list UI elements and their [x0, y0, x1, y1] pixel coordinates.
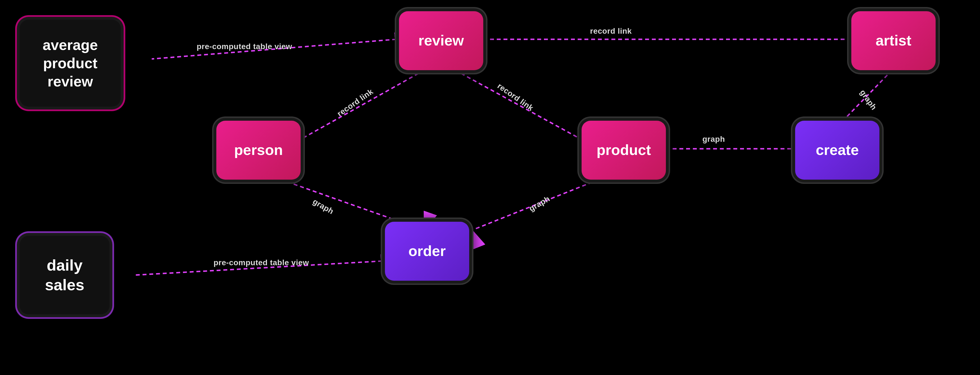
- node-person-inner: person: [216, 121, 301, 180]
- node-artist-label: artist: [875, 33, 911, 49]
- node-review[interactable]: review: [396, 8, 486, 73]
- node-product-inner: product: [582, 121, 666, 180]
- node-create-label: create: [816, 142, 859, 158]
- edge-label-product-order: graph: [527, 194, 552, 213]
- arrows-svg: [0, 0, 980, 375]
- edge-review-person: [284, 70, 424, 149]
- node-avg-review-label: averageproductreview: [43, 36, 98, 91]
- edge-label-review-avg-review: pre-computed table view: [197, 42, 292, 51]
- edge-label-artist-create: graph: [858, 88, 878, 112]
- node-person[interactable]: person: [213, 118, 304, 182]
- node-daily-sales[interactable]: dailysales: [17, 233, 112, 317]
- node-order-label: order: [409, 243, 446, 259]
- node-artist-inner: artist: [851, 11, 935, 70]
- node-avg-review-inner: averageproductreview: [20, 20, 121, 107]
- node-product[interactable]: product: [579, 118, 669, 182]
- node-product-label: product: [597, 142, 651, 158]
- node-order-inner: order: [385, 222, 469, 281]
- edge-label-review-product: record link: [496, 81, 535, 112]
- edge-label-review-person: record link: [336, 87, 375, 118]
- node-daily-sales-inner: dailysales: [20, 236, 110, 314]
- node-create[interactable]: create: [792, 118, 882, 182]
- node-artist[interactable]: artist: [848, 8, 939, 73]
- node-person-label: person: [234, 142, 283, 158]
- edge-label-review-artist: record link: [590, 27, 632, 36]
- diagram-container: pre-computed table view record link reco…: [0, 0, 980, 375]
- node-avg-review[interactable]: averageproductreview: [17, 17, 124, 109]
- edge-label-order-daily-sales: pre-computed table view: [213, 258, 309, 267]
- edge-label-person-order: graph: [311, 197, 335, 216]
- node-review-inner: review: [399, 11, 483, 70]
- node-create-inner: create: [795, 121, 880, 180]
- node-daily-sales-label: dailysales: [45, 255, 84, 295]
- node-review-label: review: [418, 33, 464, 49]
- edge-label-product-create: graph: [702, 135, 725, 144]
- node-order[interactable]: order: [382, 219, 472, 283]
